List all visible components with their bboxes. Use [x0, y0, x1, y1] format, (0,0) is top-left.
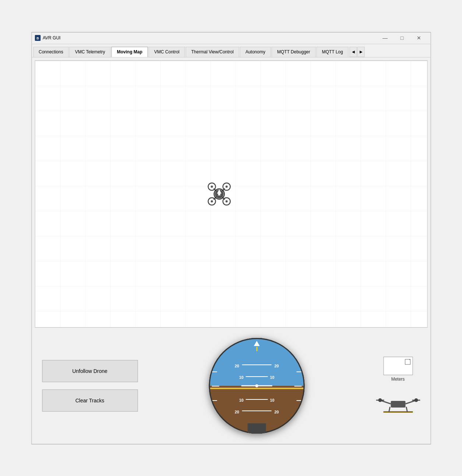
- main-window: B AVR GUI — □ ✕ Connections VMC Telemetr…: [31, 32, 431, 444]
- tab-bar: Connections VMC Telemetry Moving Map VMC…: [32, 44, 430, 57]
- svg-line-25: [406, 407, 407, 412]
- tab-connections[interactable]: Connections: [33, 47, 69, 57]
- tab-thermal-view[interactable]: Thermal View/Control: [186, 47, 239, 57]
- map-area[interactable]: [35, 60, 427, 328]
- svg-text:B: B: [36, 36, 39, 40]
- svg-point-32: [414, 398, 418, 402]
- tab-vmc-control[interactable]: VMC Control: [149, 47, 185, 57]
- tab-autonomy[interactable]: Autonomy: [240, 47, 271, 57]
- app-icon: B: [35, 35, 40, 41]
- buttons-panel: Unfollow Drone Clear Tracks: [42, 360, 138, 412]
- svg-point-13: [226, 186, 228, 188]
- drone-silhouette: [376, 385, 420, 415]
- svg-line-24: [389, 407, 390, 412]
- window-controls: — □ ✕: [377, 32, 427, 43]
- close-button[interactable]: ✕: [410, 32, 427, 43]
- unfollow-drone-button[interactable]: Unfollow Drone: [42, 360, 138, 382]
- tab-mqtt-log[interactable]: MQTT Log: [317, 47, 349, 57]
- maximize-button[interactable]: □: [394, 32, 410, 43]
- meter-label: Meters: [391, 377, 405, 382]
- right-panel: Meters: [376, 357, 420, 415]
- attitude-indicator: 20 20 10 10 10 10 20 20: [209, 338, 305, 434]
- meter-icon: [404, 359, 411, 365]
- svg-point-12: [211, 186, 213, 188]
- drone-icon: [207, 181, 232, 207]
- tab-mqtt-debugger[interactable]: MQTT Debugger: [272, 47, 316, 57]
- clear-tracks-button[interactable]: Clear Tracks: [42, 389, 138, 412]
- window-title: AVR GUI: [43, 35, 377, 40]
- bottom-panel: Unfollow Drone Clear Tracks 20 20: [35, 331, 427, 441]
- svg-rect-19: [218, 193, 221, 195]
- title-bar: B AVR GUI — □ ✕: [32, 32, 430, 44]
- attitude-outer-ring: [209, 338, 305, 434]
- tab-scroll-right[interactable]: ▶: [357, 47, 365, 57]
- tab-moving-map[interactable]: Moving Map: [112, 47, 148, 57]
- attitude-bottom-knob: [248, 423, 266, 434]
- svg-rect-20: [405, 359, 410, 364]
- svg-point-14: [211, 200, 213, 202]
- svg-rect-26: [391, 401, 405, 408]
- tab-vmc-telemetry[interactable]: VMC Telemetry: [70, 47, 111, 57]
- svg-point-15: [226, 200, 228, 202]
- svg-point-31: [378, 398, 382, 402]
- main-content: Unfollow Drone Clear Tracks 20 20: [32, 57, 430, 444]
- minimize-button[interactable]: —: [377, 32, 394, 43]
- tab-scroll-left[interactable]: ◀: [350, 47, 357, 57]
- meter-box: [383, 357, 413, 375]
- attitude-container: 20 20 10 10 10 10 20 20: [145, 338, 368, 434]
